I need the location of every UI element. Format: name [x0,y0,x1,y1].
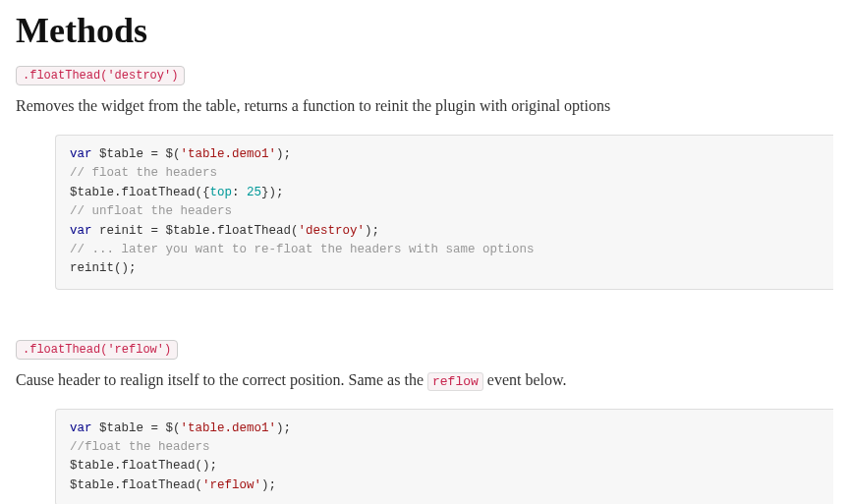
method-desc: Removes the widget from the table, retur… [16,97,833,115]
code-block: var $table = $('table.demo1');// float t… [55,135,833,290]
code-token: 'reflow' [202,478,261,492]
code-token: : [232,186,247,199]
code-token: }); [261,186,284,199]
code-line: // float the headers [70,164,820,183]
code-line: $table.floatThead('reflow'); [70,476,820,495]
code-line: // ... later you want to re-float the he… [70,241,820,259]
desc-text: event below. [483,371,567,388]
code-token: $table.floatThead( [70,478,202,492]
code-token: var [70,224,92,238]
method-tag-reflow: .floatThead('reflow') [16,340,178,360]
code-token: // ... later you want to re-float the he… [70,243,535,256]
code-token: ); [276,147,291,161]
method-section: .floatThead('reflow') Cause header to re… [16,339,833,504]
code-line: var $table = $('table.demo1'); [70,145,820,164]
code-block: var $table = $('table.demo1');//float th… [55,409,833,504]
code-line: var reinit = $table.floatThead('destroy'… [70,222,820,241]
code-token: 'destroy' [299,224,366,238]
code-token: var [70,147,92,161]
code-token: reinit(); [70,261,137,275]
code-token: reinit = $table.floatThead( [92,224,299,238]
inline-code-reflow: reflow [427,372,483,391]
code-token: $table = $( [92,147,181,161]
code-token: 'table.demo1' [181,147,277,161]
code-token: // unfloat the headers [70,204,232,218]
code-token: ); [365,224,379,238]
desc-text: Cause header to realign itself to the co… [16,371,427,388]
method-desc: Cause header to realign itself to the co… [16,371,833,389]
code-token: 25 [247,186,261,199]
desc-text: Removes the widget from the table, retur… [16,97,610,114]
code-line: reinit(); [70,259,820,278]
page-title: Methods [16,10,833,51]
code-token: ); [261,478,276,492]
code-token: // float the headers [70,166,217,180]
code-line: // unfloat the headers [70,202,820,221]
code-token: ); [276,421,291,435]
code-token: //float the headers [70,440,210,454]
code-line: var $table = $('table.demo1'); [70,420,820,438]
code-token: $table = $( [92,421,181,435]
code-token: top [210,186,233,199]
method-section: .floatThead('destroy') Removes the widge… [16,65,833,290]
code-token: $table.floatThead({ [70,186,210,199]
code-line: $table.floatThead({top: 25}); [70,184,820,202]
code-line: //float the headers [70,438,820,457]
method-tag-destroy: .floatThead('destroy') [16,66,185,85]
code-token: 'table.demo1' [181,421,277,435]
code-token: var [70,421,92,435]
code-line: $table.floatThead(); [70,457,820,476]
code-token: $table.floatThead(); [70,459,217,473]
